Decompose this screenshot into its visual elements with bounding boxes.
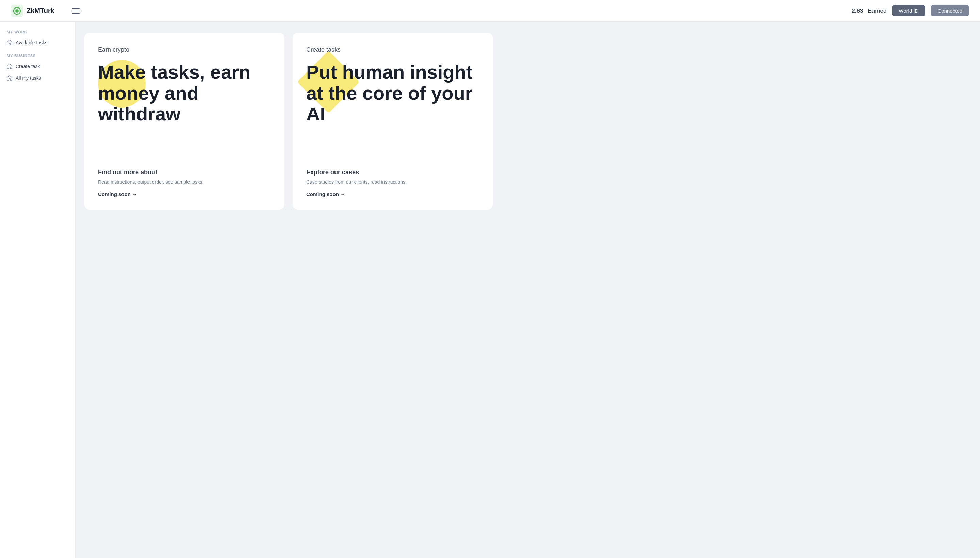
menu-button[interactable] xyxy=(71,7,81,15)
connected-button[interactable]: Connected xyxy=(931,5,969,16)
home-icon xyxy=(7,40,12,45)
menu-line-1 xyxy=(72,8,80,9)
create-tasks-card: Create tasks Put human insight at the co… xyxy=(293,33,493,210)
sidebar: MY WORK Available tasks MY BUSINESS Crea… xyxy=(0,22,75,558)
world-id-button[interactable]: World ID xyxy=(892,5,925,16)
earn-crypto-label: Earn crypto xyxy=(98,46,271,53)
create-tasks-link[interactable]: Coming soon → xyxy=(306,191,345,197)
earn-crypto-card: Earn crypto Make tasks, earn money and w… xyxy=(84,33,284,210)
create-tasks-footer-title: Explore our cases xyxy=(306,169,479,176)
earn-crypto-footer: Find out more about Read instructions, o… xyxy=(98,169,271,197)
sidebar-item-create-task[interactable]: Create task xyxy=(0,61,74,72)
app-header: ZkMTurk 2.63 Earned World ID Connected xyxy=(0,0,980,22)
earned-label: Earned xyxy=(868,8,887,14)
earn-crypto-headline: Make tasks, earn money and withdraw xyxy=(98,62,271,158)
my-business-label: MY BUSINESS xyxy=(0,54,74,61)
earned-display: 2.63 Earned xyxy=(852,8,886,14)
earn-crypto-link[interactable]: Coming soon → xyxy=(98,191,137,197)
logo-text: ZkMTurk xyxy=(26,7,54,15)
sidebar-item-all-my-tasks[interactable]: All my tasks xyxy=(0,72,74,84)
my-business-section: MY BUSINESS Create task All my tasks xyxy=(0,54,74,84)
my-work-label: MY WORK xyxy=(0,30,74,37)
main-content: Earn crypto Make tasks, earn money and w… xyxy=(75,22,980,558)
create-tasks-headline: Put human insight at the core of your AI xyxy=(306,62,479,158)
main-layout: MY WORK Available tasks MY BUSINESS Crea… xyxy=(0,22,980,558)
create-tasks-footer: Explore our cases Case studies from our … xyxy=(306,169,479,197)
logo-icon xyxy=(11,5,23,17)
my-work-section: MY WORK Available tasks xyxy=(0,30,74,48)
header-right: 2.63 Earned World ID Connected xyxy=(852,5,969,16)
earned-amount: 2.63 xyxy=(852,8,863,14)
earn-crypto-footer-title: Find out more about xyxy=(98,169,271,176)
earn-crypto-footer-desc: Read instructions, output order, see sam… xyxy=(98,179,271,186)
all-my-tasks-label: All my tasks xyxy=(16,75,41,80)
create-tasks-label: Create tasks xyxy=(306,46,479,53)
menu-line-2 xyxy=(72,11,80,11)
home-icon-2 xyxy=(7,64,12,69)
sidebar-item-available-tasks[interactable]: Available tasks xyxy=(0,37,74,48)
available-tasks-label: Available tasks xyxy=(16,40,47,45)
menu-line-3 xyxy=(72,13,80,14)
create-task-label: Create task xyxy=(16,64,40,69)
logo-link[interactable]: ZkMTurk xyxy=(11,5,54,17)
home-icon-3 xyxy=(7,75,12,80)
cards-grid: Earn crypto Make tasks, earn money and w… xyxy=(84,33,493,210)
create-tasks-footer-desc: Case studies from our clients, read inst… xyxy=(306,179,479,186)
